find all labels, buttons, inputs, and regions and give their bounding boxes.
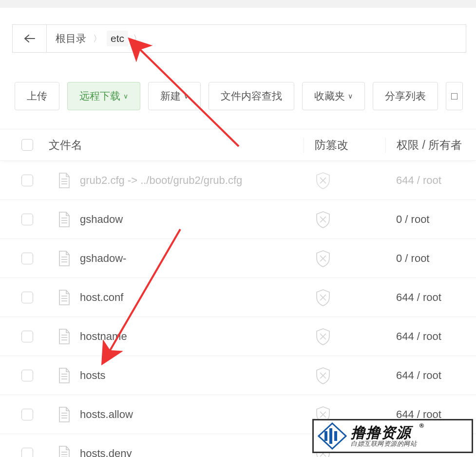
shield-icon[interactable] [314,288,332,307]
file-icon [57,211,71,228]
file-name[interactable]: hosts.deny [80,447,132,457]
back-button[interactable] [13,25,47,52]
content-search-button[interactable]: 文件内容查找 [209,82,294,110]
row-checkbox[interactable] [21,292,33,303]
new-label: 新建 [160,89,181,103]
table-row[interactable]: hosts 644 / root [0,356,476,395]
select-all-checkbox[interactable] [21,139,33,151]
table-row[interactable]: hostname 644 / root [0,317,476,356]
file-icon [57,406,71,423]
chevron-down-icon: ∨ [348,92,353,100]
toolbar: 上传 远程下载 ∨ 新建 ∨ 文件内容查找 收藏夹 ∨ 分享列表 □ [0,53,476,110]
watermark-sub: 白嫖互联网资源的网站 [351,440,417,447]
file-icon [57,172,71,189]
file-perm: 644 / root [385,330,476,343]
file-icon [57,289,71,306]
top-strip [0,0,476,8]
chevron-right-icon: 〉 [130,33,145,44]
arrow-left-icon [24,34,36,43]
file-perm: 0 / root [385,213,476,226]
row-checkbox[interactable] [21,370,33,381]
favorites-button[interactable]: 收藏夹 ∨ [302,82,365,110]
table-row[interactable]: grub2.cfg -> ../boot/grub2/grub.cfg 644 … [0,161,476,200]
chevron-down-icon: ∨ [123,92,128,100]
file-table: 文件名 防篡改 权限 / 所有者 grub2.cfg -> ../boot/gr… [0,129,476,457]
file-perm: 0 / root [385,252,476,265]
watermark: 撸撸资源® 白嫖互联网资源的网站 [312,419,473,453]
file-name[interactable]: host.conf [80,291,123,304]
breadcrumb-path: 根目录 〉 etc 〉 [47,25,152,52]
file-icon [57,328,71,345]
table-row[interactable]: gshadow- 0 / root [0,239,476,278]
breadcrumb: 根目录 〉 etc 〉 [12,24,466,53]
shield-icon[interactable] [314,249,332,268]
svg-rect-45 [334,431,337,441]
shield-icon[interactable] [314,366,332,385]
row-checkbox[interactable] [21,331,33,342]
row-checkbox[interactable] [21,409,33,420]
watermark-logo-icon [318,422,347,450]
column-name[interactable]: 文件名 [46,138,304,153]
shield-icon[interactable] [314,210,332,229]
share-list-button[interactable]: 分享列表 [373,82,438,110]
file-perm: 644 / root [385,369,476,382]
file-perm: 644 / root [385,174,476,187]
shield-icon[interactable] [314,327,332,346]
chevron-down-icon: ∨ [184,92,189,100]
favorites-label: 收藏夹 [314,89,345,103]
file-name[interactable]: hosts [80,369,106,382]
column-tamper[interactable]: 防篡改 [304,138,385,153]
file-perm: 644 / root [385,291,476,304]
remote-download-button[interactable]: 远程下载 ∨ [67,82,140,110]
file-icon [57,250,71,267]
column-perm[interactable]: 权限 / 所有者 [385,138,476,153]
breadcrumb-root[interactable]: 根目录 [54,32,88,45]
chevron-right-icon: 〉 [90,33,105,44]
row-checkbox[interactable] [21,175,33,186]
remote-download-label: 远程下载 [79,89,120,103]
extra-button[interactable]: □ [446,82,463,110]
row-checkbox[interactable] [21,253,33,264]
file-name[interactable]: hosts.allow [80,408,133,421]
watermark-title: 撸撸资源® [351,424,417,440]
row-checkbox[interactable] [21,214,33,225]
upload-label: 上传 [27,89,47,103]
file-name[interactable]: grub2.cfg -> ../boot/grub2/grub.cfg [80,174,242,187]
svg-rect-44 [329,428,332,444]
upload-button[interactable]: 上传 [15,82,59,110]
file-name[interactable]: gshadow- [80,252,126,265]
file-icon [57,367,71,384]
content-search-label: 文件内容查找 [221,89,282,103]
file-name[interactable]: gshadow [80,213,123,226]
file-name[interactable]: hostname [80,330,127,343]
table-row[interactable]: host.conf 644 / root [0,278,476,317]
share-list-label: 分享列表 [385,89,426,103]
file-icon [57,445,71,457]
table-header: 文件名 防篡改 权限 / 所有者 [0,129,476,161]
shield-icon[interactable] [314,171,332,190]
row-checkbox[interactable] [21,448,33,457]
table-row[interactable]: gshadow 0 / root [0,200,476,239]
new-button[interactable]: 新建 ∨ [148,82,201,110]
svg-rect-43 [324,431,327,441]
breadcrumb-current[interactable]: etc [107,31,128,46]
